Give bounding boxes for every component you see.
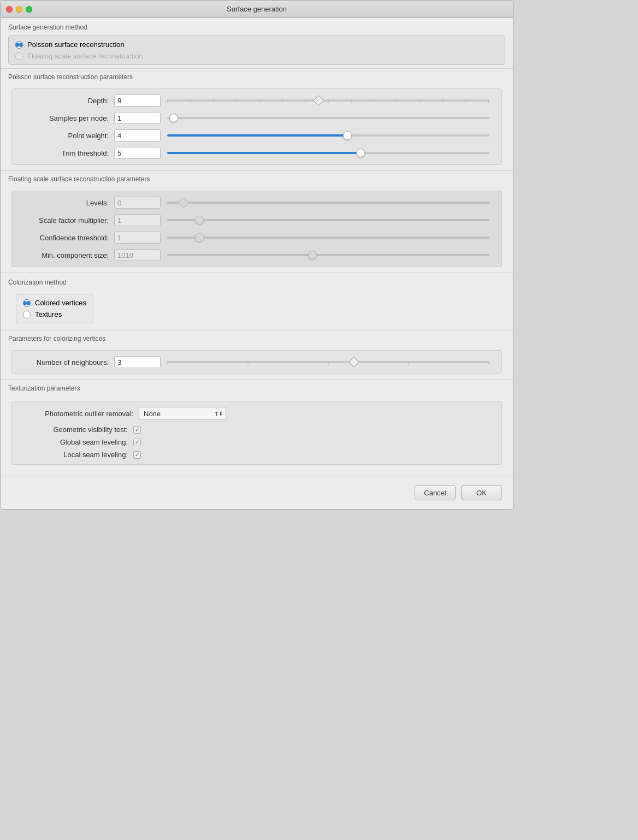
point-weight-row: Point weight: [19,129,495,141]
surface-method-group: Poisson surface reconstruction Floating … [8,36,505,65]
maximize-button[interactable] [26,6,32,13]
trim-fill [167,152,361,154]
confidence-input[interactable] [114,232,161,244]
photometric-select-wrapper: None Low Medium High ⬆⬇ [139,407,226,420]
levels-thumb[interactable] [178,197,189,208]
poisson-radio-button[interactable] [15,41,23,49]
neighbours-thumb[interactable] [348,357,359,368]
floating-label: Floating scale surface reconstruction [27,52,143,60]
trim-threshold-input[interactable] [114,147,161,159]
global-seam-checkbox[interactable]: ✓ [133,439,141,446]
floating-radio-item[interactable]: Floating scale surface reconstruction [15,52,498,60]
floating-radio-button[interactable] [15,52,23,60]
neighbours-slider[interactable]: | | | | | [167,361,489,363]
depth-slider[interactable]: || || || || || || || | [167,99,489,102]
neighbours-input[interactable] [114,356,161,368]
confidence-row: Confidence threshold: [19,232,495,244]
confidence-slider[interactable] [167,236,489,239]
min-component-thumb[interactable] [308,251,317,259]
vertex-params-section: Parameters for colorizing vertices Numbe… [1,330,513,380]
point-weight-slider[interactable] [167,134,489,137]
colorization-label: Colorization method [8,279,505,286]
samples-input[interactable] [114,112,161,124]
cancel-button[interactable]: Cancel [415,485,456,500]
colored-vertices-label: Colored vertices [35,299,86,307]
vertex-params-label: Parameters for colorizing vertices [8,335,505,346]
main-content: Surface generation method Poisson surfac… [1,18,513,476]
floating-params-group: Levels: || || || | Scale factor mu [11,191,502,267]
confidence-thumb[interactable] [195,233,204,242]
title-bar: Surface generation [1,1,513,18]
samples-slider-thumb[interactable] [169,114,178,122]
trim-slider[interactable] [167,152,489,154]
levels-input[interactable] [114,197,161,209]
trim-threshold-label: Trim threshold: [19,149,114,157]
textures-item[interactable]: Textures [23,310,86,318]
poisson-params-label: Poisson surface reconstruction parameter… [8,73,505,84]
floating-params-label: Floating scale surface reconstruction pa… [8,175,505,186]
footer: Cancel OK [1,476,513,509]
minimize-button[interactable] [16,6,22,13]
trim-threshold-row: Trim threshold: [19,147,495,159]
depth-slider-thumb[interactable] [313,95,324,106]
ok-button[interactable]: OK [461,485,502,500]
levels-slider[interactable]: || || || | [167,202,489,204]
depth-label: Depth: [19,97,114,105]
main-window: Surface generation Surface generation me… [0,0,513,510]
local-seam-row: Local seam leveling: ✓ [19,451,495,459]
scale-factor-thumb[interactable] [195,216,204,224]
poisson-params-section: Poisson surface reconstruction parameter… [1,69,513,170]
scale-factor-slider[interactable] [167,219,489,221]
geometric-visibility-row: Geometric visibility test: ✓ [19,425,495,434]
neighbours-label: Number of neighbours: [19,358,114,366]
floating-params-section: Floating scale surface reconstruction pa… [1,171,513,273]
vertex-params-group: Number of neighbours: | | | | | [11,350,502,374]
textures-radio[interactable] [23,311,31,318]
scale-factor-input[interactable] [114,214,161,226]
depth-input[interactable] [114,94,161,107]
traffic-lights [6,6,32,13]
min-component-input[interactable] [114,249,161,261]
scale-factor-label: Scale factor multiplier: [19,216,114,224]
samples-row: Samples per node: [19,112,495,124]
samples-label: Samples per node: [19,114,114,122]
close-button[interactable] [6,6,13,13]
global-seam-label: Global seam leveling: [19,438,133,446]
colored-vertices-radio[interactable] [23,299,31,307]
photometric-label: Photometric outlier removal: [19,410,139,418]
photometric-row: Photometric outlier removal: None Low Me… [19,407,495,420]
texturization-params-group: Photometric outlier removal: None Low Me… [11,401,502,465]
local-seam-checkbox[interactable]: ✓ [133,451,141,459]
min-component-slider[interactable] [167,254,489,256]
texturization-label: Texturization parameters [8,384,505,397]
colored-vertices-item[interactable]: Colored vertices [23,299,86,307]
samples-slider[interactable] [167,117,489,119]
surface-method-section: Surface generation method Poisson surfac… [1,18,513,68]
surface-method-label: Surface generation method [8,23,505,31]
geometric-visibility-label: Geometric visibility test: [19,425,133,434]
textures-label: Textures [35,310,62,318]
poisson-params-group: Depth: || || || || || || || | [11,88,502,165]
point-weight-input[interactable] [114,129,161,141]
neighbours-row: Number of neighbours: | | | | | [19,356,495,368]
point-weight-fill [167,134,347,137]
poisson-radio-item[interactable]: Poisson surface reconstruction [15,40,498,49]
colorization-group: Colored vertices Textures [16,294,93,323]
photometric-select[interactable]: None Low Medium High [139,407,226,420]
scale-factor-row: Scale factor multiplier: [19,214,495,226]
levels-label: Levels: [19,199,114,207]
confidence-label: Confidence threshold: [19,234,114,242]
point-weight-thumb[interactable] [343,131,352,140]
depth-row: Depth: || || || || || || || | [19,94,495,107]
geometric-visibility-checkbox[interactable]: ✓ [133,426,141,434]
texturization-section: Texturization parameters Photometric out… [1,380,513,470]
poisson-label: Poisson surface reconstruction [27,40,125,49]
window-title: Surface generation [227,5,287,13]
point-weight-label: Point weight: [19,132,114,140]
local-seam-label: Local seam leveling: [19,451,133,459]
trim-thumb[interactable] [356,149,365,157]
levels-row: Levels: || || || | [19,197,495,209]
min-component-label: Min. component size: [19,251,114,259]
min-component-row: Min. component size: [19,249,495,261]
colorization-section: Colorization method Colored vertices Tex… [1,273,513,330]
